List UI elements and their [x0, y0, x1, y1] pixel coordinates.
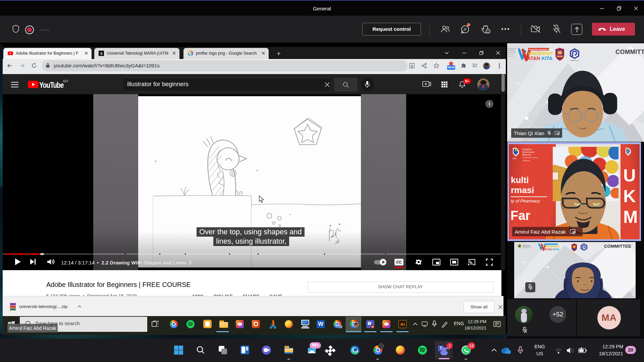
svg-text:S: S	[100, 51, 103, 56]
